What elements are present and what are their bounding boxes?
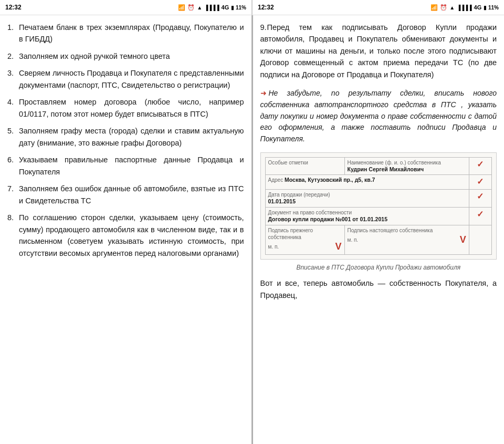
list-item-num: 5. bbox=[7, 125, 19, 149]
item-9: 9. Перед тем как подписывать Договор Куп… bbox=[260, 22, 497, 80]
list-item: 6. Указываем правильные паспортные данны… bbox=[7, 154, 244, 178]
signal-icon-left: ▐▐▐▐ bbox=[204, 5, 219, 11]
list-item-text: Проставляем номер договора (любое число,… bbox=[19, 96, 244, 120]
pts-cell-doc: Документ на право собственности Договор … bbox=[265, 207, 469, 225]
list-item-text: Заполняем графу места (города) сделки и … bbox=[19, 125, 244, 149]
list-item: 4. Проставляем номер договора (любое чис… bbox=[7, 96, 244, 120]
bluetooth-icon-right: 📶 bbox=[430, 4, 438, 11]
pts-value-owner: Кудрин Сергей Михайлович bbox=[348, 166, 466, 173]
4g-label-right: 4G bbox=[474, 4, 482, 11]
list-item-num: 7. bbox=[7, 183, 19, 206]
location-icon-right: ▲ bbox=[449, 5, 455, 11]
list-item: 8. По соглашению сторон сделки, указывае… bbox=[7, 212, 244, 259]
list-item-text: По соглашению сторон сделки, указываем ц… bbox=[19, 212, 244, 259]
note-text: Не забудьте, по результату сделки, вписа… bbox=[260, 89, 497, 143]
left-status-bar: 12:32 📶 ⏰ ▲ ▐▐▐▐ 4G ▮ 11% bbox=[0, 0, 251, 15]
list-item-text: Заполняем без ошибок данные об автомобил… bbox=[19, 183, 244, 206]
list-item-num: 2. bbox=[7, 50, 19, 62]
list-item-num: 3. bbox=[7, 67, 19, 91]
pts-label-special: Особые отметки bbox=[268, 159, 342, 166]
battery-icon-left: ▮ 11% bbox=[231, 5, 246, 11]
check-icon-4: ✓ bbox=[477, 210, 484, 219]
pts-label-prev-sig: Подпись прежнего собственника bbox=[268, 227, 342, 241]
item-9-text: 9. Перед тем как подписывать Договор Куп… bbox=[260, 22, 497, 80]
table-row: Дата продажи (передачи) 01.01.2015 ✓ bbox=[265, 190, 492, 208]
pts-cell-empty bbox=[469, 225, 491, 254]
item-9-content: Перед тем как подписывать Договор Купли … bbox=[260, 23, 497, 79]
pts-label-doc: Документ на право собственности bbox=[268, 209, 466, 216]
left-time: 12:32 bbox=[5, 4, 22, 11]
final-text: Вот и все, теперь автомобиль — собственн… bbox=[260, 277, 497, 301]
table-row: Подпись прежнего собственника м. п. V По… bbox=[265, 225, 492, 254]
list-item-text: Печатаем бланк в трех экземплярах (Прода… bbox=[19, 22, 244, 45]
pts-cell-check1: ✓ bbox=[469, 157, 491, 175]
left-panel[interactable]: 1. Печатаем бланк в трех экземплярах (Пр… bbox=[0, 15, 251, 444]
item-9-num: 9. bbox=[260, 23, 267, 32]
table-row: Особые отметки Наименование (ф. и. о.) с… bbox=[265, 157, 492, 175]
list-item: 5. Заполняем графу места (города) сделки… bbox=[7, 125, 244, 149]
list-item-num: 1. bbox=[7, 22, 19, 45]
battery-icon-right: ▮ 11% bbox=[484, 5, 499, 11]
pts-image-box: Особые отметки Наименование (ф. и. о.) с… bbox=[260, 152, 497, 260]
right-status-bar: 12:32 📶 ⏰ ▲ ▐▐▐▐ 4G ▮ 11% bbox=[253, 0, 504, 15]
note-block: ➜Не забудьте, по результату сделки, впис… bbox=[260, 88, 497, 144]
pts-cell-special-notes: Особые отметки bbox=[265, 157, 344, 175]
list-item: 3. Сверяем личность Продавца и Покупател… bbox=[7, 67, 244, 91]
pts-value-address: Москва, Кутузовский пр., д5, кв.7 bbox=[285, 177, 375, 183]
list-item: 2. Заполняем их одной ручкой темного цве… bbox=[7, 50, 244, 62]
pts-label-owner: Наименование (ф. и. о.) собственника bbox=[348, 159, 466, 166]
left-icons: 📶 ⏰ ▲ ▐▐▐▐ 4G ▮ 11% bbox=[178, 4, 246, 11]
list-item-num: 8. bbox=[7, 212, 19, 259]
4g-label-left: 4G bbox=[222, 4, 229, 11]
check-icon-1: ✓ bbox=[477, 160, 484, 169]
alarm-icon-right: ⏰ bbox=[440, 4, 447, 11]
right-panel[interactable]: 9. Перед тем как подписывать Договор Куп… bbox=[253, 15, 505, 444]
table-row: Документ на право собственности Договор … bbox=[265, 207, 492, 225]
pts-sublabel-new: м. п. bbox=[348, 236, 359, 243]
pts-cell-check3: ✓ bbox=[469, 190, 491, 208]
list-item-num: 6. bbox=[7, 154, 19, 178]
pts-cell-check2: ✓ bbox=[469, 175, 491, 190]
right-time: 12:32 bbox=[258, 4, 274, 11]
pts-cell-date: Дата продажи (передачи) 01.01.2015 bbox=[265, 190, 469, 208]
pts-cell-new-sig: Подпись настоящего собственника м. п. V bbox=[344, 225, 469, 254]
list-item-text: Сверяем личность Продавца и Покупателя с… bbox=[19, 67, 244, 91]
note-arrow-icon: ➜ bbox=[260, 89, 267, 97]
list-item: 7. Заполняем без ошибок данные об автомо… bbox=[7, 183, 244, 206]
check-icon-3: ✓ bbox=[477, 192, 484, 201]
left-list: 1. Печатаем бланк в трех экземплярах (Пр… bbox=[7, 22, 244, 259]
pts-table: Особые отметки Наименование (ф. и. о.) с… bbox=[265, 157, 492, 255]
pts-value-date: 01.01.2015 bbox=[268, 198, 466, 205]
pts-label-date: Дата продажи (передачи) bbox=[268, 191, 466, 198]
pts-cell-address: Адрес Москва, Кутузовский пр., д5, кв.7 bbox=[265, 175, 469, 190]
table-row: Адрес Москва, Кутузовский пр., д5, кв.7 … bbox=[265, 175, 492, 190]
pts-cell-prev-sig: Подпись прежнего собственника м. п. V bbox=[265, 225, 344, 254]
alarm-icon-left: ⏰ bbox=[187, 4, 195, 11]
location-icon-left: ▲ bbox=[197, 5, 202, 11]
pts-cell-owner: Наименование (ф. и. о.) собственника Куд… bbox=[344, 157, 469, 175]
signal-icon-right: ▐▐▐▐ bbox=[457, 5, 471, 11]
time-left: 12:32 bbox=[5, 4, 22, 11]
bluetooth-icon-left: 📶 bbox=[178, 4, 185, 11]
check-icon-2: ✓ bbox=[477, 177, 484, 186]
v-check-prev: V bbox=[335, 241, 342, 253]
list-item-num: 4. bbox=[7, 96, 19, 120]
pts-sublabel-prev: м. п. bbox=[268, 243, 279, 250]
pts-caption: Вписание в ПТС Договора Купли Продажи ав… bbox=[260, 263, 497, 273]
pts-value-doc: Договор купли продажи №001 от 01.01.2015 bbox=[268, 216, 466, 223]
list-item-text: Заполняем их одной ручкой темного цвета bbox=[19, 50, 244, 62]
list-item: 1. Печатаем бланк в трех экземплярах (Пр… bbox=[7, 22, 244, 45]
content-area: 1. Печатаем бланк в трех экземплярах (Пр… bbox=[0, 15, 504, 444]
pts-label-new-sig: Подпись настоящего собственника bbox=[348, 227, 466, 234]
right-icons: 📶 ⏰ ▲ ▐▐▐▐ 4G ▮ 11% bbox=[430, 4, 499, 11]
pts-cell-check4: ✓ bbox=[469, 207, 491, 225]
time-right: 12:32 bbox=[258, 4, 274, 11]
list-item-text: Указываем правильные паспортные данные П… bbox=[19, 154, 244, 178]
status-bars: 12:32 📶 ⏰ ▲ ▐▐▐▐ 4G ▮ 11% 12:32 📶 ⏰ ▲ ▐▐… bbox=[0, 0, 504, 15]
pts-label-address: Адрес bbox=[268, 177, 284, 183]
v-check-new: V bbox=[460, 234, 466, 246]
